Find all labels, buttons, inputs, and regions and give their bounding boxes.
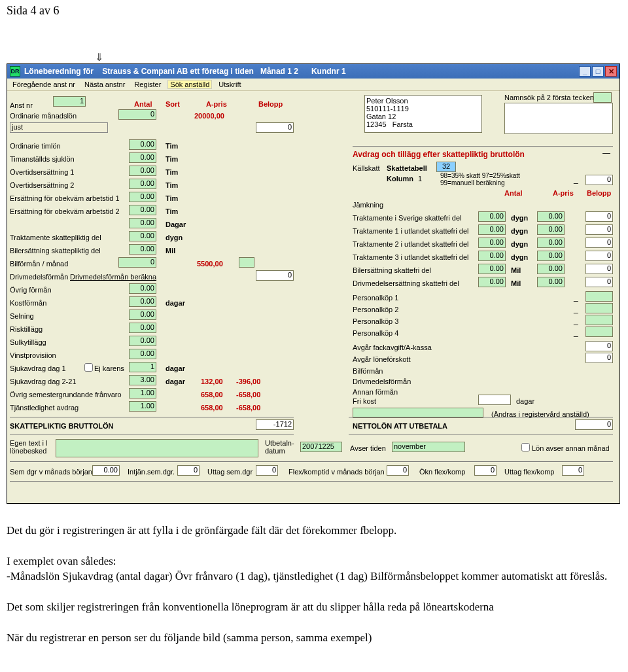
drivmedel-link[interactable]: Drivmedelsförmån beräkna bbox=[70, 273, 156, 281]
left2-0-input[interactable]: 0.00 bbox=[129, 283, 156, 294]
left-row-1-sort: Tim bbox=[166, 155, 178, 163]
uttag-sem-input[interactable]: 0 bbox=[256, 465, 278, 476]
left-row-7-input[interactable]: 0.00 bbox=[129, 231, 156, 241]
right-row-1-belopp: 0 bbox=[585, 224, 613, 235]
left-row-6-input[interactable]: 0.00 bbox=[129, 218, 156, 228]
left-row-1-input[interactable]: 0.00 bbox=[129, 152, 156, 163]
app-icon: DR bbox=[10, 66, 20, 77]
personkop-3-input[interactable] bbox=[585, 327, 613, 337]
ovrig-sem-input[interactable]: 1.00 bbox=[129, 388, 156, 398]
drivmedel-label: Drivmedelsförmån bbox=[10, 273, 68, 281]
minimize-button[interactable]: _ bbox=[579, 66, 591, 77]
ej-karens-label: Ej karens bbox=[94, 364, 124, 372]
right-row-0-belopp: 0 bbox=[585, 211, 613, 222]
left-row-0-sort: Tim bbox=[166, 142, 178, 150]
right-row-0-antal[interactable]: 0.00 bbox=[478, 211, 506, 222]
close-button[interactable]: ✕ bbox=[605, 66, 617, 77]
left-row-4-label: Ersättning för obekväm arbetstid 1 bbox=[10, 194, 120, 202]
left2-5-input[interactable]: 0.00 bbox=[129, 349, 156, 359]
right-row-1-antal[interactable]: 0.00 bbox=[478, 224, 506, 235]
menu-register[interactable]: Register bbox=[131, 80, 164, 89]
personkop-3-label: Personalköp 4 bbox=[353, 329, 398, 337]
sjuk1-input[interactable]: 1 bbox=[129, 362, 156, 372]
namnsok-results[interactable] bbox=[504, 103, 613, 134]
right-col-antal: Antal bbox=[504, 189, 523, 197]
kolumn-hint: 98=35% skatt 97=25%skatt 99=manuell berä… bbox=[440, 172, 520, 186]
right-row-5-antal[interactable]: 0.00 bbox=[478, 277, 506, 287]
tjled-belopp: -658,00 bbox=[236, 404, 260, 412]
left-row-4-input[interactable]: 0.00 bbox=[129, 192, 156, 202]
menu-print[interactable]: Utskrift bbox=[216, 80, 243, 89]
sjuk2-input[interactable]: 3.00 bbox=[129, 375, 156, 385]
uttag-flex-input[interactable]: 0 bbox=[562, 465, 584, 476]
intjan-input[interactable]: 0 bbox=[177, 465, 200, 476]
right-row-1-label: Traktamente 1 i utlandet skattefri del bbox=[353, 227, 469, 235]
just-input[interactable]: just bbox=[10, 122, 108, 133]
avgar-1-label: Avgår löneförskott bbox=[353, 355, 410, 363]
personkop-0-input[interactable] bbox=[585, 291, 613, 302]
bilforman-extra[interactable] bbox=[239, 257, 254, 268]
left-row-8-input[interactable]: 0.00 bbox=[129, 244, 156, 255]
namnsok-input[interactable] bbox=[593, 92, 612, 103]
personkop-2-input[interactable] bbox=[585, 315, 613, 325]
app-window: DR Löneberedning för Strauss & Compani A… bbox=[7, 63, 620, 504]
utbet-input[interactable]: 20071225 bbox=[300, 442, 342, 452]
para-3: Det som skiljer registreringen från konv… bbox=[7, 600, 621, 615]
right-row-0-sort: dygn bbox=[511, 214, 528, 222]
left2-3-input[interactable]: 0.00 bbox=[129, 323, 156, 333]
left-row-5-input[interactable]: 0.00 bbox=[129, 205, 156, 215]
window-title: Löneberedning för Strauss & Compani AB e… bbox=[24, 67, 346, 76]
right-row-4-apris[interactable]: 0.00 bbox=[537, 264, 565, 274]
right-section-title: Avdrag och tillägg efter skattepliktig b… bbox=[353, 150, 525, 159]
frikost-input[interactable] bbox=[478, 395, 511, 405]
avser-input[interactable]: november bbox=[392, 442, 465, 452]
right-row-2-antal[interactable]: 0.00 bbox=[478, 238, 506, 248]
right-row-5-apris[interactable]: 0.00 bbox=[537, 277, 565, 287]
right-row-3-antal[interactable]: 0.00 bbox=[478, 251, 506, 261]
maximize-button[interactable]: □ bbox=[592, 66, 604, 77]
egen-text-label: Egen text i l lönebesked bbox=[10, 439, 47, 455]
okn-input[interactable]: 0 bbox=[474, 465, 497, 476]
left-row-3-input[interactable]: 0.00 bbox=[129, 179, 156, 189]
right-row-3-apris[interactable]: 0.00 bbox=[537, 251, 565, 261]
tjled-input[interactable]: 1.00 bbox=[129, 401, 156, 412]
lon-annan-label: Lön avser annan månad bbox=[532, 444, 610, 452]
avser-label: Avser tiden bbox=[350, 444, 386, 452]
menu-prev-emp[interactable]: Föregående anst nr bbox=[10, 80, 78, 89]
left-row-0-input[interactable]: 0.00 bbox=[129, 139, 156, 150]
right-row-4-belopp: 0 bbox=[585, 264, 613, 274]
skattetabell-val[interactable]: 32 bbox=[436, 162, 456, 172]
bilforman-input[interactable]: 0 bbox=[118, 257, 156, 268]
personkop-3-dash: _ bbox=[574, 328, 578, 337]
left-row-3-sort: Tim bbox=[166, 181, 178, 189]
sem-borjan-input[interactable]: 0.00 bbox=[92, 465, 120, 476]
anst-nr-input[interactable]: 1 bbox=[53, 96, 86, 107]
ej-karens-checkbox[interactable] bbox=[84, 363, 93, 372]
egen-text-input[interactable] bbox=[56, 439, 258, 457]
left-row-2-input[interactable]: 0.00 bbox=[129, 166, 156, 176]
left-row-6-sort: Dagar bbox=[166, 221, 186, 228]
personkop-1-dash: _ bbox=[574, 304, 578, 313]
flex-borjan-input[interactable]: 0 bbox=[387, 465, 409, 476]
menu-next-emp[interactable]: Nästa anstnr bbox=[82, 80, 128, 89]
ordinarie-antal-input[interactable]: 0 bbox=[118, 109, 156, 120]
sjuk1-sort: dagar bbox=[166, 364, 185, 372]
left2-1-input[interactable]: 0.00 bbox=[129, 296, 156, 307]
menu-search-emp[interactable]: Sök anställd bbox=[167, 80, 212, 89]
right-row-4-antal[interactable]: 0.00 bbox=[478, 264, 506, 274]
right-row-1-apris[interactable]: 0.00 bbox=[537, 224, 565, 235]
left2-4-input[interactable]: 0.00 bbox=[129, 336, 156, 346]
brutto-val: -1712 bbox=[256, 419, 294, 430]
personkop-0-dash: _ bbox=[574, 292, 578, 302]
left2-2-input[interactable]: 0.00 bbox=[129, 309, 156, 320]
para-1: Det du gör i registreringen är att fylla… bbox=[7, 523, 621, 539]
left2-1-sort: dagar bbox=[166, 299, 185, 307]
col-antal: Antal bbox=[134, 100, 152, 108]
personkop-1-input[interactable] bbox=[585, 303, 613, 313]
brutto-label: SKATTEPLIKTIG BRUTTOLÖN bbox=[10, 422, 113, 430]
right-row-2-apris[interactable]: 0.00 bbox=[537, 238, 565, 248]
right-row-2-sort: dygn bbox=[511, 240, 528, 248]
right-row-0-apris[interactable]: 0.00 bbox=[537, 211, 565, 222]
lon-annan-checkbox[interactable] bbox=[521, 443, 530, 451]
left-row-3-label: Övertidsersättning 2 bbox=[10, 181, 74, 189]
